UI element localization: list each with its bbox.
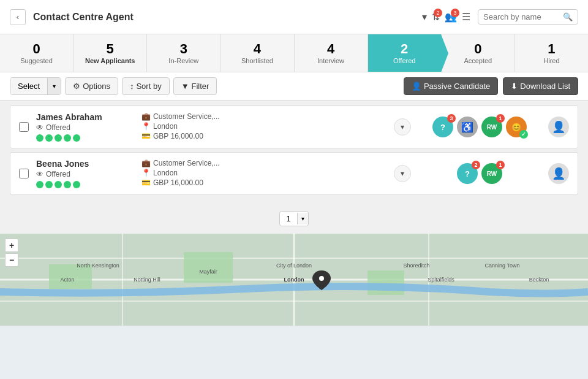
tab-accepted[interactable]: 0 Accepted xyxy=(442,34,515,72)
tab-new-applicants[interactable]: 5 New Applicants xyxy=(74,34,147,72)
expand-button-james[interactable]: ▾ xyxy=(394,118,411,136)
accepted-count: 0 xyxy=(474,42,481,56)
candidate-status-beena: 👁 Offered xyxy=(36,170,134,178)
pipeline-tabs: 0 Suggested 5 New Applicants 3 In-Review… xyxy=(0,34,588,72)
eye-icon: 👁 xyxy=(36,123,43,132)
tab-in-review[interactable]: 3 In-Review xyxy=(147,34,221,72)
offered-count: 2 xyxy=(401,42,408,56)
select-split-button[interactable]: Select ▾ xyxy=(10,77,61,95)
rating-dots-beena xyxy=(36,181,134,188)
candidate-info-james: James Abraham 👁 Offered xyxy=(36,112,134,142)
map-controls: + − xyxy=(5,239,18,267)
svg-text:North Kensington: North Kensington xyxy=(77,262,119,269)
candidate-status-james: 👁 Offered xyxy=(36,123,134,132)
new-applicants-label: New Applicants xyxy=(85,57,135,64)
sort-icon: ↕ xyxy=(130,82,134,91)
shortlisted-count: 4 xyxy=(254,42,261,56)
filter-icon: ▼ xyxy=(181,82,189,91)
interview-count: 4 xyxy=(327,42,334,56)
eye-icon-beena: 👁 xyxy=(36,170,43,178)
department-row-beena: 💼 Customer Service,... xyxy=(141,159,386,167)
zoom-out-button[interactable]: − xyxy=(5,253,18,267)
hired-count: 1 xyxy=(548,42,555,56)
offered-label: Offered xyxy=(393,57,416,64)
hired-label: Hired xyxy=(543,57,559,64)
shortlisted-label: Shortlisted xyxy=(241,57,273,64)
dot-4 xyxy=(64,134,71,142)
suggested-count: 0 xyxy=(32,42,40,56)
users-button[interactable]: 👥 3 xyxy=(445,11,457,23)
user-icon: 👤 xyxy=(412,82,421,91)
passive-candidate-button[interactable]: 👤 Passive Candidate xyxy=(404,77,498,95)
share-button[interactable]: ⇅ 2 xyxy=(432,11,440,23)
gear-icon: ⚙ xyxy=(73,82,80,91)
toolbar: Select ▾ ⚙ Options ↕ Sort by ▼ Filter 👤 … xyxy=(0,72,588,101)
filter-button[interactable]: ▼ Filter xyxy=(173,77,217,95)
svg-rect-8 xyxy=(368,270,404,295)
share-badge: 2 xyxy=(434,9,442,17)
map-area: Mayfair City of London London Notting Hi… xyxy=(0,234,588,326)
download-list-button[interactable]: ⬇ Download List xyxy=(503,77,578,95)
dot-b-1 xyxy=(36,181,43,188)
back-button[interactable]: ‹ xyxy=(10,9,26,25)
disability-badge-james: ♿ xyxy=(457,117,478,137)
profile-icon-james[interactable]: 👤 xyxy=(548,117,569,137)
disability-icon: ♿ xyxy=(461,121,473,133)
tab-offered[interactable]: 2 Offered xyxy=(368,34,442,72)
department-row-james: 💼 Customer Service,... xyxy=(141,112,386,121)
dot-2 xyxy=(45,134,53,142)
search-input[interactable] xyxy=(483,12,563,21)
in-review-label: In-Review xyxy=(168,57,198,64)
svg-text:Canning Town: Canning Town xyxy=(485,262,520,269)
dropdown-icon: ▾ xyxy=(422,11,427,23)
tab-interview[interactable]: 4 Interview xyxy=(295,34,368,72)
list-view-button[interactable]: ☰ xyxy=(462,11,470,23)
toolbar-right: 👤 Passive Candidate ⬇ Download List xyxy=(404,77,578,95)
dropdown-button[interactable]: ▾ xyxy=(422,11,427,23)
location-icon: 📍 xyxy=(141,122,151,131)
rw-count-beena: 1 xyxy=(496,161,505,169)
badges-james: ? 3 ♿ RW 1 😊 ✓ xyxy=(418,117,541,137)
dot-b-2 xyxy=(45,181,53,188)
pagination: 1 ▾ xyxy=(0,204,588,234)
map-svg: Mayfair City of London London Notting Hi… xyxy=(0,234,588,326)
tab-suggested[interactable]: 0 Suggested xyxy=(0,34,74,72)
svg-text:Mayfair: Mayfair xyxy=(199,269,217,275)
page-select[interactable]: 1 ▾ xyxy=(279,211,308,226)
candidates-list: James Abraham 👁 Offered 💼 Customer Servi… xyxy=(0,101,588,204)
briefcase-icon: 💼 xyxy=(141,112,151,121)
candidate-checkbox-james[interactable] xyxy=(19,122,29,132)
select-caret-button[interactable]: ▾ xyxy=(47,78,61,94)
tab-shortlisted[interactable]: 4 Shortlisted xyxy=(221,34,294,72)
select-main-button[interactable]: Select xyxy=(10,78,47,94)
search-box: 🔍 xyxy=(478,9,578,25)
check-badge-james: ✓ xyxy=(519,130,528,139)
sort-button[interactable]: ↕ Sort by xyxy=(122,77,170,95)
zoom-in-button[interactable]: + xyxy=(5,239,18,252)
profile-icon-beena[interactable]: 👤 xyxy=(548,163,569,184)
rating-dots-james xyxy=(36,134,134,142)
search-icon: 🔍 xyxy=(563,12,573,21)
badges-beena: ? 2 RW 1 xyxy=(418,163,541,184)
list-icon: ☰ xyxy=(462,11,470,23)
tab-hired[interactable]: 1 Hired xyxy=(515,34,588,72)
candidate-checkbox-beena[interactable] xyxy=(19,169,29,178)
interview-label: Interview xyxy=(317,57,344,64)
candidate-details-james: 💼 Customer Service,... 📍 London 💳 GBP 16… xyxy=(141,112,386,142)
question-badge-beena: ? 2 xyxy=(457,163,478,184)
dot-b-4 xyxy=(64,181,71,188)
question-count-james: 3 xyxy=(447,114,456,123)
candidate-name-james: James Abraham xyxy=(36,112,134,122)
page-dropdown-button[interactable]: ▾ xyxy=(297,213,308,224)
new-applicants-count: 5 xyxy=(107,42,114,56)
salary-row-james: 💳 GBP 16,000.00 xyxy=(141,132,386,140)
options-button[interactable]: ⚙ Options xyxy=(65,77,118,95)
download-icon: ⬇ xyxy=(511,82,518,91)
svg-text:Beckton: Beckton xyxy=(529,277,549,283)
question-badge-james: ? 3 xyxy=(432,117,453,137)
candidate-name-beena: Beena Jones xyxy=(36,159,134,169)
accepted-label: Accepted xyxy=(464,57,492,64)
expand-button-beena[interactable]: ▾ xyxy=(394,165,411,182)
svg-text:Acton: Acton xyxy=(60,277,74,283)
svg-text:London: London xyxy=(284,277,304,283)
